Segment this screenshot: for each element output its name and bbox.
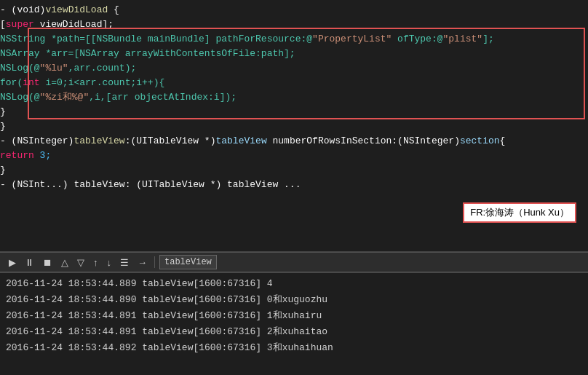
step-over-button[interactable]: △ [58,256,71,269]
code-line: } [0,163,588,178]
code-content: - (void)viewDidLoad { [0,3,582,17]
code-line: for(int i=0;i<arr.count;i++){ [0,76,588,90]
code-line: - (void)viewDidLoad { [0,3,588,17]
navigate-button[interactable]: → [135,256,150,269]
code-line: return 3; [0,149,588,163]
code-line: NSArray *arr=[NSArray arrayWithContentsO… [0,47,588,61]
code-content: NSLog(@"%zi和%@",i,[arr objectAtIndex:i])… [0,90,582,105]
code-content: for(int i=0;i<arr.count;i++){ [0,76,582,90]
code-content: - (NSInt...) tableView: (UITableView *) … [0,178,582,192]
code-content: NSLog(@"%lu",arr.count); [0,61,582,76]
console-line: 2016-11-24 18:53:44.890 tableView[1600:6… [6,292,582,308]
continue-button[interactable]: ▶ [6,256,19,269]
code-content: [super viewDidLoad]; [0,17,582,32]
code-line: NSString *path=[[NSBundle mainBundle] pa… [0,32,588,47]
step-up-button[interactable]: ↑ [90,256,101,269]
code-content: return 3; [0,149,582,163]
console-line: 2016-11-24 18:53:44.891 tableView[1600:6… [6,308,582,324]
code-line: [super viewDidLoad]; [0,17,588,32]
console-line: 2016-11-24 18:53:44.889 tableView[1600:6… [6,276,582,292]
share-button[interactable]: ☰ [117,256,132,269]
code-content: NSArray *arr=[NSArray arrayWithContentsO… [0,47,582,61]
code-line: } [0,119,588,134]
code-content: NSString *path=[[NSBundle mainBundle] pa… [0,32,582,47]
code-content: } [0,105,582,119]
code-content: } [0,119,582,134]
toolbar: ▶ ⏸ ⏹ △ ▽ ↑ ↓ ☰ → tableView [0,252,588,272]
code-content: - (NSInteger)tableView:(UITableView *)ta… [0,134,582,149]
console-line: 2016-11-24 18:53:44.892 tableView[1600:6… [6,340,582,356]
console-line: 2016-11-24 18:53:44.891 tableView[1600:6… [6,324,582,340]
fr-label: FR:徐海涛（Hunk Xu） [463,202,576,223]
toolbar-separator [154,256,155,268]
code-line: NSLog(@"%zi和%@",i,[arr objectAtIndex:i])… [0,90,588,105]
code-line: NSLog(@"%lu",arr.count); [0,61,588,76]
console: 2016-11-24 18:53:44.889 tableView[1600:6… [0,273,588,375]
stop-button[interactable]: ⏹ [40,256,55,269]
step-into-button[interactable]: ▽ [74,256,87,269]
code-editor: FR:徐海涛（Hunk Xu） - (void)viewDidLoad { [s… [0,0,588,251]
context-label: tableView [159,255,217,269]
code-line: - (NSInteger)tableView:(UITableView *)ta… [0,134,588,149]
code-line: } [0,105,588,119]
code-content: } [0,163,582,178]
pause-button[interactable]: ⏸ [22,256,37,269]
code-line: - (NSInt...) tableView: (UITableView *) … [0,178,588,192]
step-down-button[interactable]: ↓ [104,256,115,269]
